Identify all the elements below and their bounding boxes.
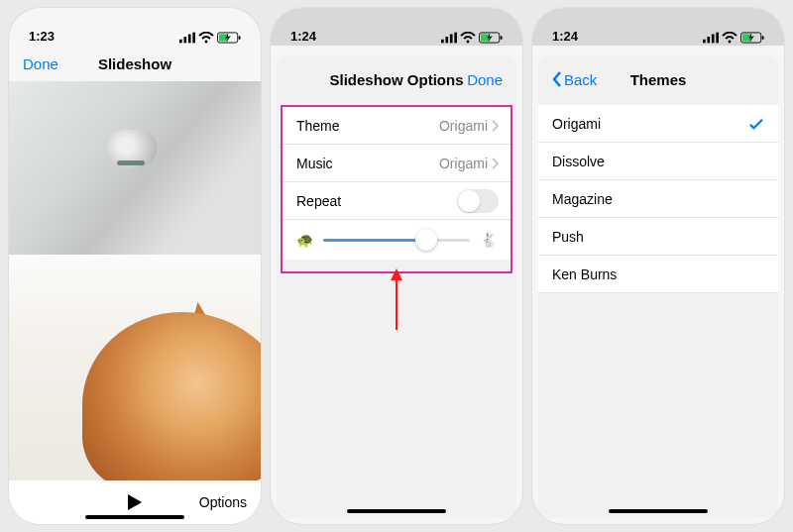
turtle-icon: 🐢	[296, 232, 313, 248]
status-bar: 1:24	[532, 8, 784, 46]
screen-slideshow: 1:23 Done Slideshow Options	[9, 8, 261, 524]
themes-list: OrigamiDissolveMagazinePushKen Burns	[538, 97, 778, 293]
theme-value: Origami	[439, 118, 499, 134]
theme-label: Origami	[552, 116, 601, 132]
cat-under-blanket-illustration	[105, 130, 157, 169]
signal-icon	[179, 32, 195, 44]
battery-icon	[217, 32, 241, 44]
play-icon[interactable]	[128, 494, 142, 510]
svg-point-4	[205, 41, 208, 44]
svg-rect-2	[188, 34, 191, 43]
slideshow-photos[interactable]	[9, 81, 261, 480]
music-row[interactable]: Music Origami	[283, 145, 510, 182]
slideshow-body: Options	[9, 81, 261, 524]
svg-point-20	[729, 41, 732, 44]
arrow-shaft	[396, 280, 397, 330]
svg-rect-11	[454, 33, 457, 44]
theme-row[interactable]: Origami	[538, 105, 778, 143]
nav-bar: Done Slideshow	[9, 46, 261, 81]
status-time: 1:24	[290, 29, 316, 44]
status-time: 1:24	[552, 29, 578, 44]
theme-row[interactable]: Ken Burns	[538, 256, 778, 293]
done-button[interactable]: Done	[23, 55, 58, 72]
rabbit-icon: 🐇	[480, 232, 497, 248]
home-indicator[interactable]	[85, 515, 184, 519]
theme-label: Dissolve	[552, 154, 605, 169]
status-bar: 1:24	[271, 8, 522, 46]
slider-thumb[interactable]	[415, 229, 437, 251]
modal-nav-bar: Back Themes	[538, 55, 778, 97]
svg-rect-16	[703, 40, 706, 44]
theme-row[interactable]: Push	[538, 218, 778, 256]
repeat-switch[interactable]	[457, 189, 499, 213]
screen-themes: 1:24 Back Themes OrigamiDissolveMagazine…	[532, 8, 784, 524]
photo-2	[9, 255, 261, 480]
svg-rect-3	[192, 33, 195, 44]
theme-row[interactable]: Magazine	[538, 180, 778, 218]
repeat-label: Repeat	[296, 193, 341, 209]
svg-rect-19	[716, 33, 719, 44]
battery-icon	[479, 32, 503, 44]
svg-rect-23	[762, 36, 764, 40]
svg-rect-10	[450, 34, 453, 43]
svg-rect-8	[441, 40, 444, 44]
theme-label: Push	[552, 229, 584, 245]
home-indicator[interactable]	[347, 509, 446, 513]
svg-rect-7	[239, 36, 241, 40]
chevron-right-icon	[492, 120, 499, 132]
slider-fill	[323, 239, 426, 242]
battery-icon	[740, 32, 764, 44]
back-button[interactable]: Back	[552, 71, 597, 88]
repeat-row: Repeat	[283, 182, 510, 220]
options-button[interactable]: Options	[199, 494, 247, 510]
nav-right-spacer	[243, 55, 247, 72]
theme-label: Ken Burns	[552, 266, 617, 282]
svg-rect-15	[501, 36, 503, 40]
status-bar: 1:23	[9, 8, 261, 46]
options-modal: Slideshow Options Done Theme Origami Mus…	[277, 55, 516, 518]
arrow-head-icon	[391, 268, 402, 280]
orange-cat-illustration	[82, 312, 261, 480]
speed-slider[interactable]	[323, 239, 470, 242]
status-icons	[703, 32, 764, 44]
chevron-left-icon	[552, 71, 562, 87]
status-icons	[441, 32, 503, 44]
svg-point-12	[467, 41, 470, 44]
wifi-icon	[460, 32, 476, 44]
screen-slideshow-options: 1:24 Slideshow Options Done Theme Origam…	[271, 8, 522, 524]
status-time: 1:23	[29, 29, 55, 44]
wifi-icon	[722, 32, 737, 44]
signal-icon	[703, 32, 719, 44]
svg-rect-1	[183, 37, 186, 43]
status-icons	[179, 32, 241, 44]
photo-1	[9, 81, 261, 255]
modal-nav-bar: Slideshow Options Done	[277, 55, 516, 97]
speed-slider-row: 🐢 🐇	[283, 220, 510, 260]
home-indicator[interactable]	[609, 509, 708, 513]
wifi-icon	[198, 32, 214, 44]
svg-rect-18	[712, 34, 715, 43]
checkmark-icon	[748, 118, 764, 130]
theme-label: Magazine	[552, 191, 613, 207]
themes-modal: Back Themes OrigamiDissolveMagazinePushK…	[538, 55, 778, 518]
highlight-annotation: Theme Origami Music Origami Repeat	[281, 105, 512, 273]
back-label: Back	[564, 71, 597, 88]
svg-rect-9	[445, 37, 448, 43]
theme-row[interactable]: Theme Origami	[283, 107, 510, 145]
chevron-right-icon	[492, 158, 499, 169]
theme-row[interactable]: Dissolve	[538, 143, 778, 180]
theme-label: Theme	[296, 118, 340, 134]
music-value: Origami	[439, 156, 499, 171]
signal-icon	[441, 32, 457, 44]
arrow-annotation	[391, 268, 402, 330]
svg-rect-17	[707, 37, 710, 43]
music-label: Music	[296, 156, 333, 171]
done-button[interactable]: Done	[467, 71, 503, 88]
options-content: Theme Origami Music Origami Repeat	[277, 97, 516, 273]
svg-rect-0	[179, 40, 182, 44]
